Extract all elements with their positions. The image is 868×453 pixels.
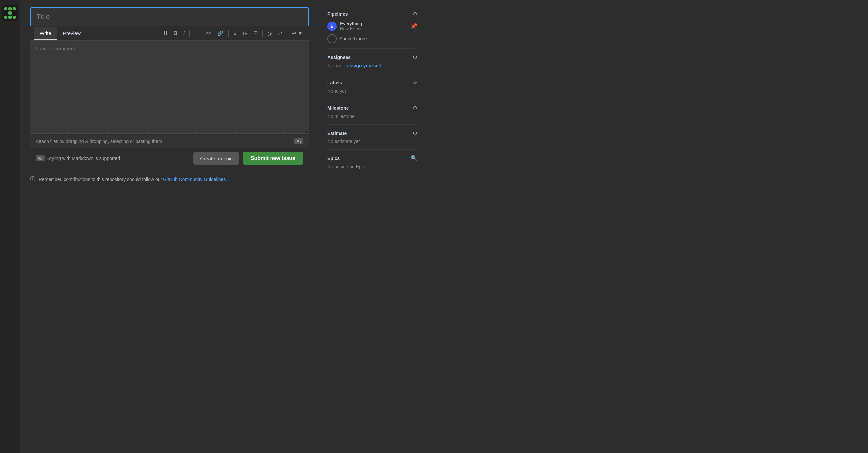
- epics-section: Epics 🔍 Not inside an Epic: [327, 150, 417, 175]
- show-more-text: Show 6 more...: [339, 36, 371, 41]
- task-list-icon-btn[interactable]: ☑: [251, 29, 260, 37]
- app-logo[interactable]: [2, 5, 18, 21]
- pipeline-sub: New Issues...: [340, 26, 366, 31]
- markdown-icon-small: M↓: [36, 155, 44, 161]
- logo-cell: [12, 11, 16, 14]
- editor-section: Write Preview H B I: [30, 26, 309, 148]
- heading-icon-btn[interactable]: H: [161, 29, 170, 37]
- code-icon-btn[interactable]: <>: [203, 29, 214, 37]
- left-sidebar: [0, 0, 20, 453]
- notice-text: Remember, contributions to this reposito…: [38, 177, 228, 182]
- toolbar-divider: [189, 30, 190, 36]
- toolbar-divider-4: [287, 30, 287, 36]
- markdown-label: M↓ Styling with Markdown is supported: [36, 155, 120, 161]
- estimate-gear-icon[interactable]: ⚙: [413, 130, 417, 136]
- quote-icon-btn[interactable]: ―: [192, 29, 202, 37]
- estimate-section: Estimate ⚙ No estimate yet: [327, 125, 417, 150]
- pipelines-header: Pipelines ⚙: [327, 11, 417, 17]
- editor-tabs: Write Preview H B I: [30, 26, 309, 40]
- reference-icon-btn[interactable]: ⇄: [276, 29, 285, 37]
- estimate-title: Estimate: [327, 131, 347, 136]
- pin-icon[interactable]: 📌: [411, 23, 417, 29]
- attach-text: Attach files by dragging & dropping, sel…: [36, 139, 163, 144]
- epics-gear-icon[interactable]: 🔍: [411, 155, 417, 161]
- info-icon: ⓘ: [30, 176, 35, 183]
- right-sidebar: Pipelines ⚙ E Everything... New Issues..…: [319, 0, 425, 453]
- logo-cell: [4, 15, 7, 19]
- markdown-label-text: Styling with Markdown is supported: [47, 156, 120, 161]
- logo-cell: [8, 15, 11, 19]
- estimate-value: No estimate yet: [327, 139, 417, 144]
- tab-write[interactable]: Write: [34, 27, 57, 40]
- unordered-list-icon-btn[interactable]: ≡: [230, 29, 239, 37]
- toolbar-divider-2: [228, 30, 229, 36]
- toolbar-icons: H B I ― <>: [161, 26, 305, 40]
- create-epic-button[interactable]: Create an epic: [193, 152, 239, 165]
- pipeline-info: Everything... New Issues...: [340, 21, 366, 31]
- milestone-header: Milestone ⚙: [327, 105, 417, 111]
- attach-bar: Attach files by dragging & dropping, sel…: [30, 135, 309, 148]
- assignees-gear-icon[interactable]: ⚙: [413, 54, 417, 60]
- milestone-title: Milestone: [327, 105, 349, 110]
- labels-section: Labels ⚙ None yet: [327, 74, 417, 99]
- assignees-title: Assignees: [327, 55, 350, 60]
- comment-textarea[interactable]: [30, 40, 309, 133]
- pipeline-item: E Everything... New Issues... 📌: [327, 21, 417, 31]
- assignees-section: Assignees ⚙ No one—assign yourself: [327, 49, 417, 74]
- ordered-list-icon-btn[interactable]: 1≡: [240, 30, 250, 37]
- mention-icon-btn[interactable]: @: [265, 29, 275, 37]
- epics-title: Epics: [327, 156, 340, 161]
- italic-icon-btn[interactable]: I: [181, 29, 187, 37]
- labels-title: Labels: [327, 80, 342, 85]
- assignees-header: Assignees ⚙: [327, 54, 417, 60]
- issue-form: Write Preview H B I: [30, 7, 309, 169]
- pipeline-avatar: E: [327, 22, 337, 31]
- pipelines-title: Pipelines: [327, 11, 348, 17]
- estimate-header: Estimate ⚙: [327, 130, 417, 136]
- labels-value: None yet: [327, 88, 417, 94]
- title-input[interactable]: [30, 7, 309, 26]
- submit-new-issue-button[interactable]: Submit new issue: [243, 152, 303, 165]
- pipelines-gear-icon[interactable]: ⚙: [413, 11, 417, 17]
- action-buttons: Create an epic Submit new issue: [193, 152, 303, 165]
- logo-cell: [4, 11, 7, 14]
- milestone-section: Milestone ⚙ No milestone: [327, 99, 417, 125]
- link-icon-btn[interactable]: 🔗: [215, 29, 226, 37]
- milestone-gear-icon[interactable]: ⚙: [413, 105, 417, 111]
- logo-cell: [8, 7, 11, 10]
- main-content: Write Preview H B I: [20, 0, 319, 453]
- community-guidelines-notice: ⓘ Remember, contributions to this reposi…: [30, 176, 309, 183]
- undo-icon-btn[interactable]: ↩ ▼: [289, 29, 305, 37]
- tab-preview[interactable]: Preview: [57, 27, 87, 40]
- milestone-value: No milestone: [327, 114, 417, 119]
- labels-header: Labels ⚙: [327, 79, 417, 86]
- logo-cell: [8, 11, 11, 14]
- markdown-badge: M↓: [294, 138, 303, 144]
- assign-yourself-link[interactable]: assign yourself: [347, 63, 381, 68]
- epics-value: Not inside an Epic: [327, 164, 417, 169]
- show-more-row[interactable]: Show 6 more...: [327, 34, 417, 43]
- bold-icon-btn[interactable]: B: [171, 29, 180, 37]
- show-more-circle: [327, 34, 337, 43]
- logo-cell: [12, 7, 16, 10]
- pipelines-section: Pipelines ⚙ E Everything... New Issues..…: [327, 5, 417, 49]
- epics-header: Epics 🔍: [327, 155, 417, 161]
- community-guidelines-link[interactable]: GitHub Community Guidelines: [163, 177, 226, 182]
- form-actions: M↓ Styling with Markdown is supported Cr…: [30, 148, 309, 169]
- pipeline-name: Everything...: [340, 21, 366, 26]
- logo-cell: [12, 15, 16, 19]
- logo-cell: [4, 7, 7, 10]
- labels-gear-icon[interactable]: ⚙: [413, 79, 417, 86]
- toolbar-divider-3: [262, 30, 262, 36]
- assignees-value: No one—assign yourself: [327, 63, 417, 68]
